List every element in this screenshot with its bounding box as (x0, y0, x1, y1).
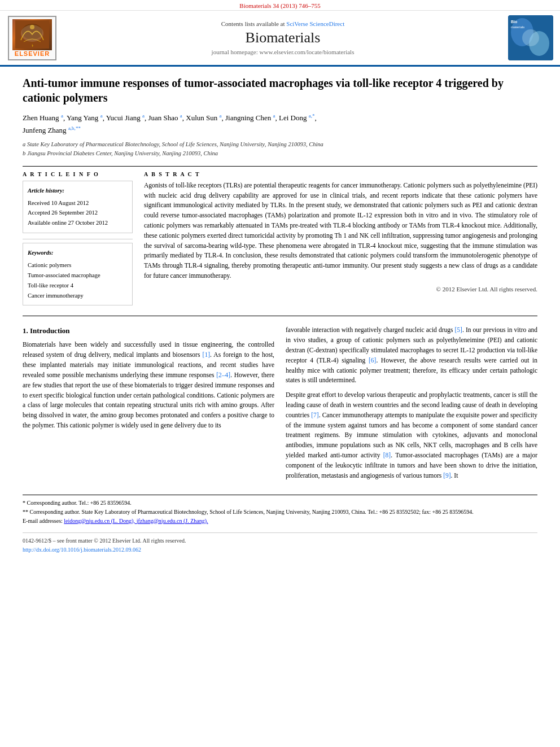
abstract-col: A B S T R A C T Agonists of toll-like re… (144, 171, 537, 312)
ref-7[interactable]: [7] (311, 412, 318, 418)
ref-2-4[interactable]: [2–4] (216, 372, 230, 378)
body-content: 1. Introduction Biomaterials have been w… (23, 325, 537, 554)
elsevier-logo-box: ⚕ ELSEVIER (8, 16, 56, 60)
authors-line: Zhen Huang a, Yang Yang a, Yucui Jiang a… (23, 112, 537, 137)
article-info-col: A R T I C L E I N F O Article history: R… (23, 171, 133, 312)
keyword-2: Tumor-associated macrophage (28, 270, 128, 281)
history-title: Article history: (28, 186, 128, 196)
email-label: E-mail addresses: (23, 518, 63, 524)
available-date: Available online 27 October 2012 (28, 218, 128, 228)
keyword-4: Cancer immunotherapy (28, 291, 128, 301)
footnote-2: ** Corresponding author. State Key Labor… (23, 508, 537, 517)
article-content: Anti-tumor immune responses of tumor-ass… (0, 67, 560, 566)
sciverse-line: Contents lists available at SciVerse Sci… (221, 20, 344, 27)
journal-ref-text: Biomaterials 34 (2013) 746–755 (239, 2, 320, 9)
keyword-1: Cationic polymers (28, 260, 128, 270)
svg-point-1 (22, 24, 42, 40)
svg-text:Bio: Bio (511, 20, 517, 24)
intro-para-3: Despite great effort to develop various … (286, 390, 537, 480)
email-link[interactable]: leidong@nju.edu.cn (L. Dong), jfzhang@nj… (64, 518, 208, 524)
svg-point-7 (522, 29, 539, 46)
elsevier-logo: ⚕ ELSEVIER (7, 16, 58, 60)
ref-5[interactable]: [5] (455, 326, 462, 333)
ref-6[interactable]: [6] (369, 357, 376, 364)
intro-para-1: Biomaterials have been widely and succes… (23, 340, 274, 430)
accepted-date: Accepted 26 September 2012 (28, 208, 128, 218)
article-info-label: A R T I C L E I N F O (23, 171, 133, 177)
bottom-bar: 0142-9612/$ – see front matter © 2012 El… (23, 532, 537, 554)
journal-homepage: journal homepage: www.elsevier.com/locat… (212, 49, 355, 55)
keywords-title: Keywords: (28, 248, 128, 258)
abstract-body-divider (23, 316, 537, 316)
license-text: 0142-9612/$ – see front matter © 2012 El… (23, 536, 537, 545)
journal-title: Biomaterials (246, 29, 321, 46)
info-divider (23, 239, 133, 239)
intro-heading: 1. Introduction (23, 325, 274, 337)
biomaterials-logo-right: Bio materials (508, 15, 553, 60)
footnote-1: * Corresponding author. Tel.: +86 25 835… (23, 499, 537, 508)
body-col-left: 1. Introduction Biomaterials have been w… (23, 325, 274, 485)
abstract-label: A B S T R A C T (144, 171, 537, 177)
elsevier-brand-text: ELSEVIER (15, 50, 50, 57)
article-title: Anti-tumor immune responses of tumor-ass… (23, 76, 537, 105)
page: Biomaterials 34 (2013) 746–755 ⚕ ELSEVIE… (0, 0, 560, 747)
copyright-line: © 2012 Elsevier Ltd. All rights reserved… (144, 286, 537, 292)
affiliations: a State Key Laboratory of Pharmaceutical… (23, 140, 537, 158)
ref-9[interactable]: [9] (443, 472, 450, 479)
affiliation-a: a State Key Laboratory of Pharmaceutical… (23, 140, 537, 149)
elsevier-logo-image: ⚕ (12, 19, 52, 50)
ref-1[interactable]: [1] (203, 351, 210, 358)
abstract-text: Agonists of toll-like receptors (TLRs) a… (144, 181, 537, 281)
email-line: E-mail addresses: leidong@nju.edu.cn (L.… (23, 517, 537, 526)
doi-anchor[interactable]: http://dx.doi.org/10.1016/j.biomaterials… (23, 547, 141, 553)
sciverse-prefix: Contents lists available at (221, 20, 286, 27)
received-date: Received 10 August 2012 (28, 198, 128, 208)
body-col-right: favorable interaction with negatively ch… (286, 325, 537, 485)
affiliation-b: b Jiangsu Provincial Diabetes Center, Na… (23, 149, 537, 158)
ref-8[interactable]: [8] (383, 452, 391, 458)
svg-point-2 (30, 25, 34, 29)
intro-para-2: favorable interaction with negatively ch… (286, 325, 537, 386)
journal-reference-bar: Biomaterials 34 (2013) 746–755 (0, 0, 560, 11)
info-abstract-section: A R T I C L E I N F O Article history: R… (23, 171, 537, 312)
sciverse-link[interactable]: SciVerse ScienceDirect (286, 20, 344, 27)
doi-link: http://dx.doi.org/10.1016/j.biomaterials… (23, 545, 537, 554)
footnotes-area: * Corresponding author. Tel.: +86 25 835… (23, 495, 537, 526)
keyword-3: Toll-like receptor 4 (28, 281, 128, 291)
svg-text:⚕: ⚕ (32, 44, 33, 47)
keywords-block: Keywords: Cationic polymers Tumor-associ… (23, 243, 133, 305)
svg-text:materials: materials (511, 25, 524, 29)
body-two-col: 1. Introduction Biomaterials have been w… (23, 325, 537, 485)
authors-text: Zhen Huang a, Yang Yang a, Yucui Jiang a… (23, 113, 317, 122)
journal-center: Contents lists available at SciVerse Sci… (63, 20, 502, 55)
journal-header: ⚕ ELSEVIER Contents lists available at S… (0, 11, 560, 67)
authors-text-2: Junfeng Zhang a,b,** (23, 126, 81, 134)
article-history-block: Article history: Received 10 August 2012… (23, 181, 133, 233)
title-divider (23, 166, 537, 167)
